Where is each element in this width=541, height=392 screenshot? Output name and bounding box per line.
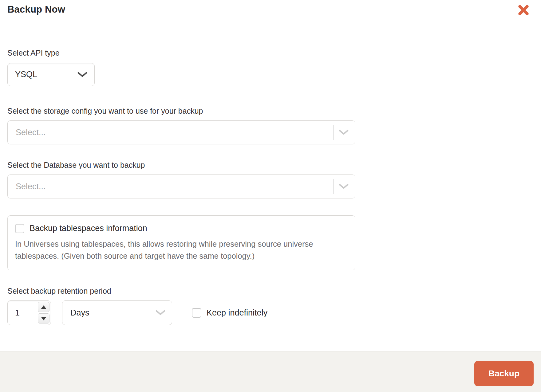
chevron-down-icon	[338, 174, 349, 198]
api-type-label: Select API type	[7, 48, 534, 57]
api-type-value: YSQL	[8, 70, 37, 79]
backup-now-modal: Backup Now Select API type YSQL Select t…	[0, 0, 541, 392]
retention-label: Select backup retention period	[7, 286, 534, 296]
storage-config-label: Select the storage config you want to us…	[7, 106, 534, 116]
database-label: Select the Database you want to backup	[7, 160, 534, 170]
keep-indefinitely-row[interactable]: Keep indefinitely	[192, 308, 267, 318]
triangle-up-icon	[41, 305, 46, 309]
retention-value-input-wrap	[7, 300, 51, 325]
modal-title: Backup Now	[7, 4, 65, 15]
modal-footer: Backup	[0, 351, 541, 392]
modal-header: Backup Now	[0, 0, 541, 32]
storage-config-placeholder: Select...	[8, 128, 46, 137]
database-placeholder: Select...	[8, 182, 46, 191]
backup-button[interactable]: Backup	[474, 361, 534, 386]
chevron-down-icon	[77, 63, 88, 86]
retention-unit-value: Days	[62, 308, 89, 318]
tablespaces-check-row[interactable]: Backup tablespaces information	[15, 224, 348, 233]
chevron-down-icon	[338, 120, 349, 144]
close-icon	[518, 5, 529, 17]
select-divider	[333, 125, 334, 140]
retention-value-input[interactable]	[8, 301, 36, 325]
spinner-up-button[interactable]	[38, 302, 49, 312]
database-select[interactable]: Select...	[7, 174, 355, 198]
modal-body: Select API type YSQL Select the storage …	[0, 32, 541, 351]
storage-config-select[interactable]: Select...	[7, 120, 355, 144]
tablespaces-description: In Universes using tablespaces, this all…	[15, 238, 344, 262]
keep-indefinitely-label: Keep indefinitely	[207, 308, 267, 318]
select-divider	[71, 68, 71, 81]
retention-spinner	[38, 302, 49, 323]
tablespaces-checkbox[interactable]	[15, 224, 24, 233]
select-divider	[333, 179, 334, 194]
api-type-select[interactable]: YSQL	[7, 63, 95, 86]
close-button[interactable]	[517, 4, 530, 17]
keep-indefinitely-checkbox[interactable]	[192, 308, 201, 318]
tablespaces-checkbox-label: Backup tablespaces information	[30, 224, 147, 233]
chevron-down-icon	[155, 300, 166, 325]
tablespaces-info-box: Backup tablespaces information In Univer…	[7, 215, 355, 270]
select-divider	[150, 305, 150, 320]
triangle-down-icon	[41, 317, 46, 320]
retention-row: Days Keep indefinitely	[7, 300, 534, 325]
retention-unit-select[interactable]: Days	[62, 300, 172, 325]
spinner-down-button[interactable]	[38, 313, 49, 323]
